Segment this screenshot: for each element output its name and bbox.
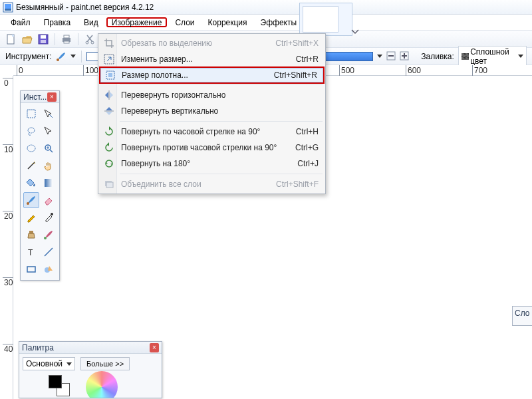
fill-style-selector[interactable]: Сплошной цвет xyxy=(458,46,527,67)
flip-horizontal-icon xyxy=(103,89,115,101)
vertical-ruler: 0 100 200 300 400 xyxy=(3,76,13,399)
pencil-tool[interactable] xyxy=(23,209,39,225)
colors-panel-header[interactable]: Палитра × xyxy=(19,342,162,354)
svg-rect-21 xyxy=(108,73,112,77)
canvas-size-icon xyxy=(104,69,116,81)
fill-tool[interactable] xyxy=(23,175,39,191)
flatten-icon xyxy=(103,178,115,190)
svg-point-13 xyxy=(57,59,59,61)
svg-rect-31 xyxy=(29,231,33,233)
flip-vertical-icon xyxy=(103,105,115,117)
paintbrush-tool[interactable] xyxy=(23,192,39,208)
menu-rotate-cw[interactable]: Повернуть по часовой стрелке на 90° Ctrl… xyxy=(100,124,324,140)
title-bar: Безымянный - paint.net версия 4.2.12 xyxy=(0,0,532,15)
chevron-down-icon xyxy=(66,362,72,366)
rect-select-tool[interactable] xyxy=(23,106,39,122)
brush-width-dropdown-icon[interactable] xyxy=(377,55,382,58)
rotate-cw-icon xyxy=(103,126,115,138)
crop-icon xyxy=(103,37,115,49)
cut-icon[interactable] xyxy=(84,33,96,45)
colors-panel[interactable]: Палитра × Основной Больше >> xyxy=(19,341,162,398)
menu-file[interactable]: Файл xyxy=(5,17,36,27)
decrease-width-icon[interactable] xyxy=(386,51,396,62)
resize-icon xyxy=(103,53,115,65)
zoom-tool[interactable] xyxy=(41,140,57,156)
svg-rect-34 xyxy=(27,267,35,272)
layers-panel[interactable]: Сло xyxy=(512,306,532,326)
lasso-tool[interactable] xyxy=(23,123,39,139)
color-swatches[interactable] xyxy=(49,375,70,396)
eraser-tool[interactable] xyxy=(41,192,57,208)
brush-tool-icon[interactable] xyxy=(56,51,66,63)
menu-view[interactable]: Вид xyxy=(78,17,104,27)
tools-panel-header[interactable]: Инст... × xyxy=(21,91,59,103)
menu-bar: Файл Правка Вид Изображение Слои Коррекц… xyxy=(0,15,532,31)
svg-rect-6 xyxy=(41,35,46,39)
menu-flip-vertical[interactable]: Перевернуть вертикально xyxy=(100,103,324,119)
increase-width-icon[interactable] xyxy=(400,51,409,62)
save-icon[interactable] xyxy=(37,33,49,45)
tool-dropdown-icon[interactable] xyxy=(70,55,76,58)
clone-stamp-tool[interactable] xyxy=(23,227,39,243)
svg-point-26 xyxy=(27,145,35,152)
menu-adjustments[interactable]: Коррекция xyxy=(203,17,253,27)
svg-point-25 xyxy=(28,128,35,133)
app-icon xyxy=(3,2,13,13)
svg-rect-23 xyxy=(106,182,113,188)
svg-rect-24 xyxy=(27,110,35,118)
rectangle-tool[interactable] xyxy=(23,261,39,277)
color-picker-tool[interactable] xyxy=(41,209,57,225)
text-tool[interactable]: T xyxy=(23,244,39,260)
fill-label: Заливка: xyxy=(421,52,454,61)
magic-wand-tool[interactable] xyxy=(23,158,39,174)
ellipse-select-tool[interactable] xyxy=(23,140,39,156)
menu-image[interactable]: Изображение xyxy=(106,17,168,27)
recolor-tool[interactable] xyxy=(41,227,57,243)
svg-point-32 xyxy=(44,237,47,239)
color-mode-selector[interactable]: Основной xyxy=(23,357,75,370)
svg-rect-15 xyxy=(388,55,394,57)
primary-color-swatch[interactable] xyxy=(49,375,62,388)
menu-effects[interactable]: Эффекты xyxy=(255,17,303,27)
menu-resize[interactable]: Изменить размер... Ctrl+R xyxy=(100,51,324,67)
document-thumbnail[interactable] xyxy=(299,3,352,36)
more-button[interactable]: Больше >> xyxy=(80,357,130,370)
open-file-icon[interactable] xyxy=(21,33,33,45)
menu-edit[interactable]: Правка xyxy=(39,17,76,27)
pan-tool[interactable] xyxy=(41,158,57,174)
svg-rect-10 xyxy=(64,41,69,43)
svg-rect-1 xyxy=(5,4,11,9)
svg-point-30 xyxy=(51,213,53,215)
svg-rect-7 xyxy=(41,40,46,43)
rotate-180-icon xyxy=(103,158,115,170)
color-wheel[interactable] xyxy=(86,371,118,398)
thumb-expand-icon[interactable] xyxy=(351,28,360,37)
image-menu-dropdown: Обрезать по выделению Ctrl+Shift+X Измен… xyxy=(98,33,326,194)
rotate-ccw-icon xyxy=(103,142,115,154)
svg-rect-18 xyxy=(404,53,405,59)
menu-flatten: Объединить все слои Ctrl+Shift+F xyxy=(100,176,324,192)
menu-flip-horizontal[interactable]: Перевернуть горизонтально xyxy=(100,87,324,103)
line-tool[interactable] xyxy=(41,244,57,260)
fill-swatch-icon xyxy=(462,53,469,60)
move-selection-tool[interactable] xyxy=(41,106,57,122)
close-icon[interactable]: × xyxy=(47,92,57,102)
fill-value: Сплошной цвет xyxy=(470,47,517,66)
svg-rect-28 xyxy=(45,179,53,187)
gradient-tool[interactable] xyxy=(41,175,57,191)
fill-dropdown-icon xyxy=(518,55,523,58)
close-icon[interactable]: × xyxy=(150,343,159,352)
menu-crop-to-selection: Обрезать по выделению Ctrl+Shift+X xyxy=(100,35,324,51)
menu-rotate-180[interactable]: Повернуть на 180° Ctrl+J xyxy=(100,156,324,172)
tool-label: Инструмент: xyxy=(5,52,52,61)
new-file-icon[interactable] xyxy=(5,33,17,45)
svg-text:T: T xyxy=(28,248,33,257)
menu-layers[interactable]: Слои xyxy=(170,17,200,27)
shapes-tool[interactable] xyxy=(41,261,57,277)
move-tool[interactable] xyxy=(41,123,57,139)
menu-canvas-size[interactable]: Размер полотна... Ctrl+Shift+R xyxy=(100,68,323,82)
tools-panel[interactable]: Инст... × T xyxy=(20,90,60,281)
print-icon[interactable] xyxy=(61,33,72,45)
svg-point-29 xyxy=(27,202,29,205)
menu-rotate-ccw[interactable]: Повернуть против часовой стрелки на 90° … xyxy=(100,140,324,156)
